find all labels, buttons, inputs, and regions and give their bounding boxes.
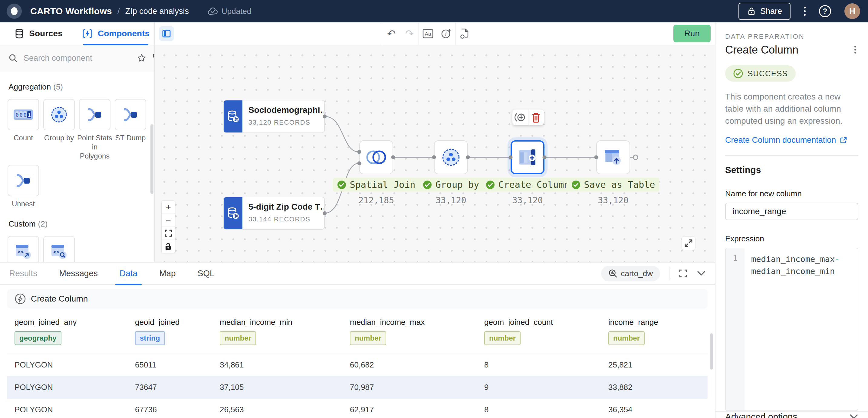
node-create-column[interactable]: [510, 140, 545, 174]
table-section-header[interactable]: Create Column: [7, 289, 708, 309]
table-row[interactable]: POLYGON 73647 37,105 70,987 9 33,882: [7, 376, 708, 398]
input-port[interactable]: [594, 156, 598, 159]
tab-sources-label: Sources: [29, 29, 63, 38]
input-port[interactable]: [358, 150, 361, 154]
component-search-bar: [0, 45, 154, 71]
column-header[interactable]: median_income_min: [220, 318, 350, 327]
tab-components[interactable]: Components: [77, 22, 154, 45]
component-description: This component creates a new table with …: [725, 91, 858, 127]
undo-button[interactable]: ↶: [382, 28, 400, 40]
expand-canvas-button[interactable]: [682, 236, 695, 250]
results-scrollbar[interactable]: [710, 333, 713, 369]
lock-canvas-button[interactable]: [162, 240, 175, 253]
svg-text:Aa: Aa: [425, 31, 431, 37]
node-spatial-join[interactable]: [359, 140, 393, 174]
output-port[interactable]: [391, 156, 395, 159]
output-port[interactable]: [323, 212, 327, 215]
input-port[interactable]: [358, 162, 361, 165]
collapse-results-button[interactable]: [697, 270, 706, 277]
avatar[interactable]: H: [844, 3, 860, 19]
tab-components-label: Components: [98, 29, 150, 38]
expression-code[interactable]: median_income_max-median_income_min: [745, 248, 858, 411]
source-node-sociodemographics[interactable]: Sociodemographi… 33,120 RECORDS: [223, 100, 325, 133]
output-port[interactable]: [323, 115, 327, 119]
canvas-toolbar: ↶ ↷ Aa i Run: [155, 22, 715, 45]
input-port[interactable]: [432, 156, 436, 159]
table-cell: 67736: [135, 405, 220, 414]
extension-packages-icon[interactable]: [153, 53, 155, 63]
component-count[interactable]: 0001 Count: [7, 99, 39, 161]
table-cell: 8: [484, 360, 608, 369]
svg-text:<>: <>: [53, 249, 59, 255]
svg-text:0: 0: [23, 112, 26, 118]
documentation-link[interactable]: Create Column documentation: [725, 135, 858, 145]
breadcrumb-separator: /: [117, 6, 120, 16]
fullscreen-results-button[interactable]: [679, 269, 688, 278]
external-link-icon: [840, 136, 847, 144]
lock-icon: [747, 7, 756, 16]
output-port-open[interactable]: [633, 155, 638, 160]
help-button[interactable]: ?: [819, 5, 831, 17]
component-group-by[interactable]: Group by: [43, 99, 75, 161]
run-button[interactable]: Run: [673, 25, 711, 42]
input-port[interactable]: [509, 156, 513, 159]
components-icon: [82, 28, 93, 39]
inspector-menu-button[interactable]: [852, 43, 858, 56]
search-input[interactable]: [24, 54, 131, 63]
table-cell: 73647: [135, 383, 220, 392]
table-row[interactable]: POLYGON 65011 34,861 60,682 8 25,821: [7, 354, 708, 376]
delete-node-button[interactable]: [528, 109, 544, 125]
column-header[interactable]: geoid_joined: [135, 318, 220, 327]
share-label: Share: [760, 7, 782, 16]
unnest-icon: [7, 165, 39, 196]
zoom-in-button[interactable]: +: [162, 201, 175, 214]
advanced-options-toggle[interactable]: Advanced options: [715, 411, 868, 418]
node-save-as-table[interactable]: [596, 140, 630, 174]
fit-view-button[interactable]: [162, 227, 175, 240]
inspector-title: Create Column: [725, 43, 798, 56]
export-workflow-button[interactable]: [456, 28, 474, 39]
tab-results[interactable]: Results: [9, 262, 37, 285]
column-header[interactable]: income_range: [608, 318, 715, 327]
expression-field-label: Expression: [725, 234, 858, 244]
data-explorer-icon: [608, 269, 617, 278]
expression-editor[interactable]: 1 median_income_max-median_income_min: [725, 248, 858, 411]
tab-sources[interactable]: Sources: [0, 22, 77, 45]
new-column-name-input[interactable]: [725, 203, 858, 220]
tab-sql[interactable]: SQL: [198, 262, 215, 285]
results-panel: Results Messages Data Map SQL carto_dw: [0, 262, 715, 418]
redo-button[interactable]: ↷: [400, 28, 418, 40]
column-header[interactable]: geom_joined_count: [484, 318, 608, 327]
type-chip: number: [608, 331, 645, 345]
component-point-stats[interactable]: Point Stats in Polygons: [79, 99, 111, 161]
zoom-out-button[interactable]: −: [162, 214, 175, 227]
tab-messages[interactable]: Messages: [59, 262, 98, 285]
component-call-procedure[interactable]: <> Call Procedure: [7, 236, 39, 262]
tab-map[interactable]: Map: [159, 262, 176, 285]
source-node-zipcodes[interactable]: 5-digit Zip Code T… 33,144 RECORDS: [223, 197, 325, 230]
workflow-canvas[interactable]: Sociodemographi… 33,120 RECORDS 5-digit …: [155, 45, 715, 262]
component-st-dump[interactable]: ST Dump: [115, 99, 147, 161]
preview-node-button[interactable]: [513, 109, 528, 125]
output-port[interactable]: [542, 156, 547, 159]
sidebar-scrollbar[interactable]: [150, 124, 153, 194]
annotation-button[interactable]: Aa: [419, 29, 437, 38]
node-label-save-as-table: Save as Table: [550, 178, 677, 191]
tab-data[interactable]: Data: [120, 262, 137, 285]
table-row[interactable]: POLYGON 67736 26,563 62,917 8 36,354: [7, 398, 708, 418]
column-header[interactable]: median_income_max: [350, 318, 484, 327]
info-annotation-button[interactable]: i: [437, 28, 455, 39]
favorites-icon[interactable]: [137, 53, 147, 63]
workflow-title[interactable]: ZIp code analysis: [125, 7, 189, 16]
connection-chip[interactable]: carto_dw: [601, 266, 660, 281]
count-icon: 0001: [7, 99, 39, 130]
node-group-by[interactable]: [434, 140, 468, 174]
output-port[interactable]: [466, 156, 470, 159]
component-unnest[interactable]: Unnest: [7, 165, 39, 208]
column-header[interactable]: geom_joined_any: [14, 318, 135, 327]
share-button[interactable]: Share: [739, 3, 790, 20]
collapse-sidebar-button[interactable]: [159, 26, 174, 41]
source-title: Sociodemographi…: [248, 105, 318, 115]
more-menu-button[interactable]: [804, 7, 806, 16]
component-custom-sql[interactable]: <> Custom SQL Select: [43, 236, 75, 262]
